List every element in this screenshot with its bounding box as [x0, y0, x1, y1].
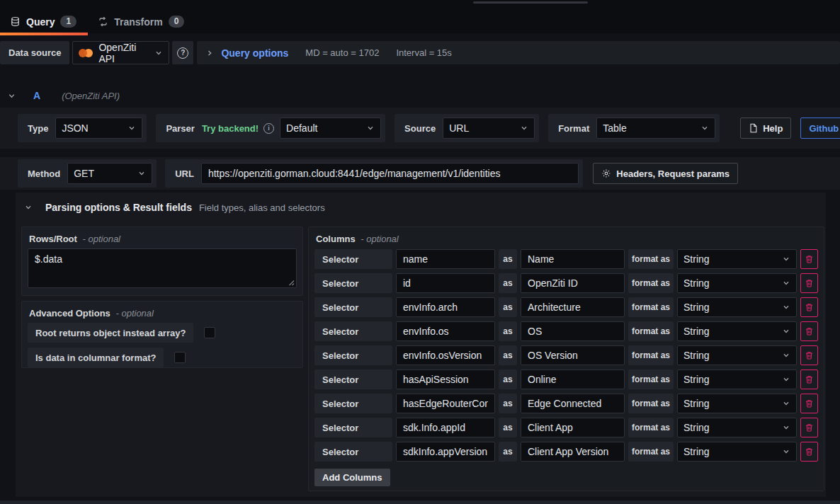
- column-row: Selector as format as String: [314, 442, 818, 462]
- alias-input[interactable]: [521, 273, 625, 293]
- selector-input[interactable]: [396, 249, 495, 269]
- as-label: as: [499, 297, 517, 317]
- format-as-label: format as: [628, 442, 674, 462]
- query-options-row: Type JSON Parser Try backend! i Default …: [0, 108, 840, 149]
- as-label: as: [499, 370, 517, 389]
- github-button[interactable]: Github: [800, 118, 840, 139]
- help-button[interactable]: Help: [740, 118, 791, 139]
- delete-column-button[interactable]: [800, 418, 818, 437]
- request-row: Method GET URL Headers, Request params: [0, 157, 840, 190]
- selector-input[interactable]: [396, 370, 495, 389]
- datasource-help-button[interactable]: ?: [172, 41, 193, 64]
- delete-column-button[interactable]: [800, 370, 818, 389]
- selector-input[interactable]: [396, 297, 495, 317]
- advanced-options-title: Advanced Options: [29, 308, 110, 319]
- column-row: Selector as format as String: [314, 321, 818, 341]
- rows-root-input[interactable]: $.data: [28, 248, 297, 288]
- delete-column-button[interactable]: [800, 297, 818, 317]
- format-select[interactable]: String: [677, 442, 797, 462]
- chevron-down-icon: [154, 49, 163, 57]
- rows-root-optional-hint: - optional: [83, 234, 120, 244]
- source-select[interactable]: URL: [443, 118, 535, 139]
- query-ref-id[interactable]: A: [33, 90, 40, 101]
- rows-root-title: Rows/Root: [29, 234, 77, 244]
- parsing-section-header[interactable]: Parsing options & Result fields Field ty…: [16, 193, 826, 222]
- format-select[interactable]: String: [677, 273, 797, 293]
- format-select-value: String: [683, 350, 776, 361]
- github-button-label: Github: [809, 123, 839, 134]
- chevron-down-icon: [137, 169, 146, 178]
- as-label: as: [499, 394, 517, 413]
- chevron-down-icon: [782, 351, 790, 360]
- column-row: Selector as format as String: [314, 394, 818, 413]
- rows-root-header: Rows/Root - optional: [22, 227, 302, 248]
- alias-input[interactable]: [521, 321, 625, 341]
- root-returns-object-checkbox[interactable]: [204, 327, 215, 338]
- parser-field-group: Parser Try backend! i Default: [156, 114, 385, 142]
- format-select[interactable]: String: [677, 297, 797, 317]
- selector-input[interactable]: [396, 321, 495, 341]
- type-select[interactable]: JSON: [55, 118, 142, 139]
- query-editor-screen: Query 1 Transform 0 Data source: [0, 0, 840, 504]
- format-select[interactable]: String: [677, 370, 797, 389]
- source-label: Source: [397, 123, 443, 134]
- collapse-query-chevron-icon[interactable]: [7, 91, 16, 101]
- alias-input[interactable]: [521, 442, 625, 462]
- alias-input[interactable]: [521, 249, 625, 269]
- delete-column-button[interactable]: [800, 321, 818, 341]
- parsing-left-column: Rows/Root - optional $.data Advanced Opt…: [21, 227, 303, 491]
- format-select[interactable]: String: [677, 345, 797, 365]
- root-returns-object-label: Root returns object instead array?: [28, 323, 193, 343]
- type-select-value: JSON: [62, 122, 122, 134]
- delete-column-button[interactable]: [800, 394, 818, 413]
- method-select[interactable]: GET: [67, 163, 152, 184]
- selector-input[interactable]: [396, 394, 495, 413]
- delete-column-button[interactable]: [800, 442, 818, 462]
- headers-request-params-button[interactable]: Headers, Request params: [593, 163, 738, 184]
- format-as-label: format as: [628, 273, 674, 293]
- selector-label: Selector: [314, 273, 392, 293]
- selector-input[interactable]: [396, 273, 495, 293]
- format-select[interactable]: String: [677, 249, 797, 269]
- question-circle-icon: ?: [177, 47, 188, 59]
- method-select-value: GET: [74, 168, 132, 179]
- columns-optional-hint: - optional: [361, 234, 398, 244]
- advanced-options-panel: Advanced Options - optional Root returns…: [21, 301, 303, 368]
- tab-transform[interactable]: Transform 0: [88, 10, 195, 33]
- alias-input[interactable]: [521, 418, 625, 437]
- selector-input[interactable]: [396, 418, 495, 437]
- parsing-section-title: Parsing options & Result fields: [45, 202, 192, 213]
- format-select[interactable]: Table: [596, 118, 715, 139]
- method-field-group: Method GET: [18, 159, 157, 188]
- as-label: as: [499, 273, 517, 293]
- help-button-label: Help: [763, 123, 783, 134]
- format-select[interactable]: String: [677, 321, 797, 341]
- pane-resize-handle[interactable]: [473, 1, 588, 4]
- alias-input[interactable]: [521, 394, 625, 413]
- datasource-picker[interactable]: OpenZiti API: [72, 41, 169, 64]
- alias-input[interactable]: [521, 345, 625, 365]
- format-select[interactable]: String: [677, 418, 797, 437]
- alias-input[interactable]: [521, 297, 625, 317]
- selector-label: Selector: [314, 370, 392, 389]
- query-options-link[interactable]: Query options: [221, 47, 288, 59]
- url-input[interactable]: [201, 163, 579, 184]
- selector-label: Selector: [314, 345, 392, 365]
- delete-column-button[interactable]: [800, 273, 818, 293]
- alias-input[interactable]: [521, 370, 625, 389]
- selector-input[interactable]: [396, 442, 495, 462]
- delete-column-button[interactable]: [800, 249, 818, 269]
- format-select[interactable]: String: [677, 394, 797, 413]
- columnar-format-checkbox[interactable]: [174, 352, 186, 363]
- selector-input[interactable]: [396, 345, 495, 365]
- tab-query[interactable]: Query 1: [0, 10, 88, 33]
- add-columns-button[interactable]: Add Columns: [314, 469, 390, 486]
- chevron-down-icon: [782, 423, 790, 432]
- query-row-header: A (OpenZiti API): [7, 85, 826, 106]
- delete-column-button[interactable]: [800, 345, 818, 365]
- format-as-label: format as: [628, 297, 674, 317]
- format-as-label: format as: [628, 394, 674, 413]
- chevron-right-icon[interactable]: [205, 49, 214, 57]
- as-label: as: [499, 442, 517, 462]
- parser-select[interactable]: Default: [280, 118, 381, 139]
